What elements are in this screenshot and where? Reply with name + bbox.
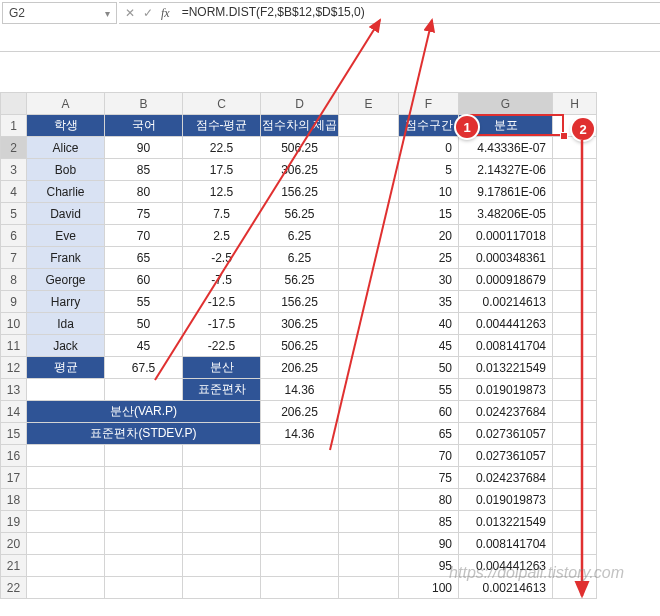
col-header-c[interactable]: C bbox=[183, 93, 261, 115]
dist-val[interactable]: 0.019019873 bbox=[459, 489, 553, 511]
score[interactable]: 85 bbox=[105, 159, 183, 181]
bin[interactable]: 15 bbox=[399, 203, 459, 225]
bin[interactable]: 5 bbox=[399, 159, 459, 181]
confirm-icon[interactable]: ✓ bbox=[143, 6, 153, 20]
student-name[interactable]: Eve bbox=[27, 225, 105, 247]
std-label[interactable]: 표준편차 bbox=[183, 379, 261, 401]
dist-val[interactable]: 9.17861E-06 bbox=[459, 181, 553, 203]
score[interactable]: 60 bbox=[105, 269, 183, 291]
sq[interactable]: 306.25 bbox=[261, 159, 339, 181]
dist-val[interactable]: 0.00214613 bbox=[459, 291, 553, 313]
formula-input[interactable]: =NORM.DIST(F2,$B$12,$D$15,0) bbox=[176, 2, 660, 24]
bin[interactable]: 100 bbox=[399, 577, 459, 599]
sq[interactable]: 156.25 bbox=[261, 291, 339, 313]
student-name[interactable]: Frank bbox=[27, 247, 105, 269]
dist-val[interactable]: 2.14327E-06 bbox=[459, 159, 553, 181]
student-name[interactable]: Alice bbox=[27, 137, 105, 159]
diff[interactable]: 2.5 bbox=[183, 225, 261, 247]
bin[interactable]: 80 bbox=[399, 489, 459, 511]
dist-val[interactable]: 4.43336E-07 bbox=[459, 137, 553, 159]
bin[interactable]: 25 bbox=[399, 247, 459, 269]
bin[interactable]: 45 bbox=[399, 335, 459, 357]
dist-val[interactable]: 0.013221549 bbox=[459, 511, 553, 533]
sq[interactable]: 56.25 bbox=[261, 269, 339, 291]
col-header-e[interactable]: E bbox=[339, 93, 399, 115]
hdr-bin[interactable]: 점수구간 bbox=[399, 115, 459, 137]
bin[interactable]: 85 bbox=[399, 511, 459, 533]
score[interactable]: 45 bbox=[105, 335, 183, 357]
student-name[interactable]: Bob bbox=[27, 159, 105, 181]
bin[interactable]: 50 bbox=[399, 357, 459, 379]
dist-val[interactable]: 0.013221549 bbox=[459, 357, 553, 379]
std-val[interactable]: 14.36 bbox=[261, 379, 339, 401]
sq[interactable]: 6.25 bbox=[261, 225, 339, 247]
hdr-diff[interactable]: 점수-평균 bbox=[183, 115, 261, 137]
student-name[interactable]: Ida bbox=[27, 313, 105, 335]
bin[interactable]: 40 bbox=[399, 313, 459, 335]
fill-handle[interactable] bbox=[560, 132, 568, 140]
col-header-b[interactable]: B bbox=[105, 93, 183, 115]
dist-val[interactable]: 0.008141704 bbox=[459, 533, 553, 555]
select-all-corner[interactable] bbox=[1, 93, 27, 115]
diff[interactable]: 7.5 bbox=[183, 203, 261, 225]
sq[interactable]: 306.25 bbox=[261, 313, 339, 335]
dist-val[interactable]: 0.000348361 bbox=[459, 247, 553, 269]
hdr-score[interactable]: 국어 bbox=[105, 115, 183, 137]
var-val[interactable]: 206.25 bbox=[261, 357, 339, 379]
bin[interactable]: 65 bbox=[399, 423, 459, 445]
chevron-down-icon[interactable]: ▾ bbox=[105, 8, 110, 19]
sq[interactable]: 56.25 bbox=[261, 203, 339, 225]
sq[interactable]: 156.25 bbox=[261, 181, 339, 203]
student-name[interactable]: George bbox=[27, 269, 105, 291]
student-name[interactable]: Jack bbox=[27, 335, 105, 357]
hdr-sq[interactable]: 점수차의 제곱 bbox=[261, 115, 339, 137]
dist-val[interactable]: 0.027361057 bbox=[459, 423, 553, 445]
diff[interactable]: -2.5 bbox=[183, 247, 261, 269]
col-header-g[interactable]: G bbox=[459, 93, 553, 115]
varp-label[interactable]: 분산(VAR.P) bbox=[27, 401, 261, 423]
name-box[interactable]: G2 ▾ bbox=[2, 2, 117, 24]
diff[interactable]: -7.5 bbox=[183, 269, 261, 291]
score[interactable]: 65 bbox=[105, 247, 183, 269]
score[interactable]: 80 bbox=[105, 181, 183, 203]
score[interactable]: 50 bbox=[105, 313, 183, 335]
diff[interactable]: 22.5 bbox=[183, 137, 261, 159]
sq[interactable]: 506.25 bbox=[261, 137, 339, 159]
bin[interactable]: 35 bbox=[399, 291, 459, 313]
col-header-h[interactable]: H bbox=[553, 93, 597, 115]
dist-val[interactable]: 0.00214613 bbox=[459, 577, 553, 599]
fx-icon[interactable]: fx bbox=[161, 6, 170, 21]
col-header-d[interactable]: D bbox=[261, 93, 339, 115]
diff[interactable]: -17.5 bbox=[183, 313, 261, 335]
student-name[interactable]: Charlie bbox=[27, 181, 105, 203]
stdevp-val[interactable]: 14.36 bbox=[261, 423, 339, 445]
bin[interactable]: 70 bbox=[399, 445, 459, 467]
dist-val[interactable]: 0.024237684 bbox=[459, 467, 553, 489]
dist-val[interactable]: 0.000117018 bbox=[459, 225, 553, 247]
dist-val[interactable]: 0.019019873 bbox=[459, 379, 553, 401]
dist-val[interactable]: 0.000918679 bbox=[459, 269, 553, 291]
avg-label[interactable]: 평균 bbox=[27, 357, 105, 379]
bin[interactable]: 55 bbox=[399, 379, 459, 401]
dist-val[interactable]: 0.027361057 bbox=[459, 445, 553, 467]
bin[interactable]: 95 bbox=[399, 555, 459, 577]
avg-val[interactable]: 67.5 bbox=[105, 357, 183, 379]
dist-val[interactable]: 3.48206E-05 bbox=[459, 203, 553, 225]
col-header-a[interactable]: A bbox=[27, 93, 105, 115]
varp-val[interactable]: 206.25 bbox=[261, 401, 339, 423]
diff[interactable]: 17.5 bbox=[183, 159, 261, 181]
diff[interactable]: 12.5 bbox=[183, 181, 261, 203]
col-header-f[interactable]: F bbox=[399, 93, 459, 115]
student-name[interactable]: David bbox=[27, 203, 105, 225]
stdevp-label[interactable]: 표준편차(STDEV.P) bbox=[27, 423, 261, 445]
bin[interactable]: 0 bbox=[399, 137, 459, 159]
bin[interactable]: 60 bbox=[399, 401, 459, 423]
hdr-student[interactable]: 학생 bbox=[27, 115, 105, 137]
diff[interactable]: -12.5 bbox=[183, 291, 261, 313]
dist-val[interactable]: 0.004441263 bbox=[459, 555, 553, 577]
bin[interactable]: 30 bbox=[399, 269, 459, 291]
bin[interactable]: 20 bbox=[399, 225, 459, 247]
dist-val[interactable]: 0.008141704 bbox=[459, 335, 553, 357]
grid[interactable]: A B C D E F G H 1 학생 국어 점수-평균 점수차의 제곱 점수… bbox=[0, 92, 597, 599]
dist-val[interactable]: 0.024237684 bbox=[459, 401, 553, 423]
